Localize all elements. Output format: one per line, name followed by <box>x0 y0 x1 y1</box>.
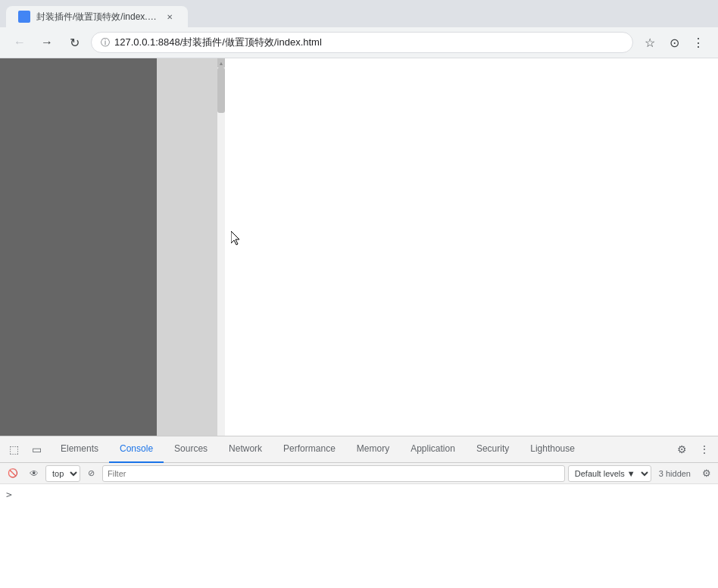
console-eye-button[interactable]: 👁 <box>26 465 42 482</box>
tab-close-button[interactable]: ✕ <box>164 11 176 23</box>
devtools-settings-button[interactable]: ⚙ <box>671 439 692 460</box>
console-block-button[interactable]: ⊘ <box>83 465 99 482</box>
devtools-tab-security[interactable]: Security <box>466 436 520 463</box>
devtools-tab-application[interactable]: Application <box>400 436 466 463</box>
lock-icon: ⓘ <box>101 36 110 49</box>
browser-tab[interactable]: 封装插件/做置顶特效/index.html ✕ <box>6 6 188 27</box>
page-content: ▲ ▼ <box>0 58 718 464</box>
browser-chrome: 封装插件/做置顶特效/index.html ✕ ← → ↻ ⓘ 127.0.0.… <box>0 0 718 58</box>
devtools-settings-area: ⚙ ⋮ <box>671 439 715 460</box>
console-toolbar: 🚫 👁 top ⊘ Default levels ▼ 3 hidden ⚙ <box>0 463 718 484</box>
cursor <box>231 231 242 246</box>
devtools-tab-elements[interactable]: Elements <box>50 436 109 463</box>
profile-button[interactable]: ⊙ <box>663 32 685 53</box>
url-text: 127.0.0.1:8848/封装插件/做置顶特效/index.html <box>114 36 623 49</box>
devtools-tab-lighthouse[interactable]: Lighthouse <box>520 436 585 463</box>
devtools-tab-network[interactable]: Network <box>218 436 273 463</box>
devtools-device-button[interactable]: ▭ <box>26 439 47 460</box>
devtools-tab-performance[interactable]: Performance <box>273 436 346 463</box>
devtools-panel: ⬚ ▭ Elements Console Sources Network Per… <box>0 436 718 588</box>
hidden-count-badge: 3 hidden <box>654 469 695 478</box>
scrollbar[interactable]: ▲ ▼ <box>217 58 225 464</box>
toolbar-right: ☆ ⊙ ⋮ <box>639 32 709 53</box>
browser-toolbar: ← → ↻ ⓘ 127.0.0.1:8848/封装插件/做置顶特效/index.… <box>0 27 718 58</box>
tab-favicon <box>18 11 30 23</box>
scrollbar-track[interactable] <box>217 67 225 455</box>
address-bar[interactable]: ⓘ 127.0.0.1:8848/封装插件/做置顶特效/index.html <box>91 32 633 53</box>
dark-panel <box>0 58 157 464</box>
console-filter-input[interactable] <box>102 465 565 482</box>
devtools-tab-memory[interactable]: Memory <box>346 436 400 463</box>
reload-button[interactable]: ↻ <box>64 32 85 53</box>
menu-button[interactable]: ⋮ <box>688 32 709 53</box>
devtools-tab-bar: ⬚ ▭ Elements Console Sources Network Per… <box>0 436 718 463</box>
devtools-more-button[interactable]: ⋮ <box>694 439 715 460</box>
devtools-tab-console[interactable]: Console <box>109 436 164 463</box>
console-levels-select[interactable]: Default levels ▼ <box>568 465 651 482</box>
devtools-inspect-button[interactable]: ⬚ <box>3 439 24 460</box>
console-clear-button[interactable]: 🚫 <box>3 465 23 482</box>
scrollbar-up-arrow[interactable]: ▲ <box>217 58 225 67</box>
forward-button[interactable]: → <box>36 32 58 53</box>
console-context-select[interactable]: top <box>45 465 80 482</box>
light-panel <box>157 58 217 464</box>
devtools-left-icons: ⬚ ▭ <box>3 439 47 460</box>
console-prompt[interactable]: > <box>6 489 12 500</box>
devtools-tab-sources[interactable]: Sources <box>164 436 218 463</box>
console-content: > <box>0 484 718 588</box>
back-button[interactable]: ← <box>9 32 30 53</box>
tab-bar: 封装插件/做置顶特效/index.html ✕ <box>0 0 718 27</box>
tab-title: 封装插件/做置顶特效/index.html <box>36 11 158 23</box>
scrollbar-thumb[interactable] <box>217 67 225 113</box>
bookmark-button[interactable]: ☆ <box>639 32 660 53</box>
console-settings-icon[interactable]: ⚙ <box>698 465 715 482</box>
